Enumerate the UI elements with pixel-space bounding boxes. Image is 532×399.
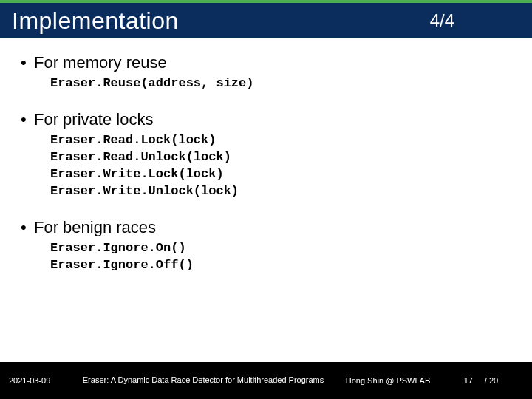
code-benign-races: Eraser.Ignore.On() Eraser.Ignore.Off() (50, 240, 511, 274)
slide-page-indicator: 4/4 (430, 10, 454, 31)
code-line: Eraser.Read.Lock(lock) (50, 132, 511, 149)
footer-page-number: 17 (443, 376, 473, 385)
slide-header: Implementation 4/4 (0, 0, 532, 38)
footer-author: Hong,Shin @ PSWLAB (332, 376, 443, 385)
slide-title: Implementation (12, 7, 179, 35)
footer-total-pages: / 20 (473, 376, 510, 385)
slide-content: For memory reuse Eraser.Reuse(address, s… (0, 38, 532, 274)
code-memory-reuse: Eraser.Reuse(address, size) (50, 75, 511, 92)
code-line: Eraser.Reuse(address, size) (50, 75, 511, 92)
footer-title: Eraser: A Dynamic Data Race Detector for… (74, 375, 332, 386)
code-line: Eraser.Ignore.Off() (50, 257, 511, 274)
code-line: Eraser.Ignore.On() (50, 240, 511, 257)
code-line: Eraser.Read.Unlock(lock) (50, 149, 511, 166)
bullet-private-locks: For private locks (21, 110, 511, 129)
footer-date: 2021-03-09 (0, 376, 74, 385)
slide-footer: 2021-03-09 Eraser: A Dynamic Data Race D… (0, 362, 532, 399)
code-private-locks: Eraser.Read.Lock(lock) Eraser.Read.Unloc… (50, 132, 511, 200)
bullet-benign-races: For benign races (21, 218, 511, 237)
bullet-memory-reuse: For memory reuse (21, 53, 511, 72)
code-line: Eraser.Write.Lock(lock) (50, 166, 511, 183)
code-line: Eraser.Write.Unlock(lock) (50, 183, 511, 200)
